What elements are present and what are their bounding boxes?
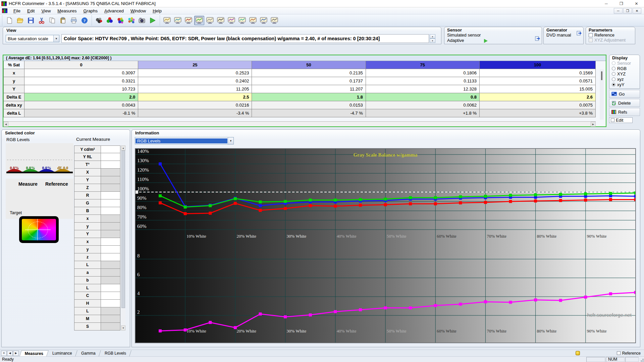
mdi-minimize-button[interactable]: ─ [614, 8, 623, 14]
table-vertical-scrollbar[interactable] [600, 69, 604, 120]
display-option-XYZ[interactable]: XYZ [609, 71, 640, 76]
print-button[interactable] [69, 16, 79, 25]
table-cell[interactable]: 0.8 [366, 93, 480, 101]
table-cell[interactable]: 10.723 [24, 85, 138, 93]
open-folder-button[interactable] [15, 16, 25, 25]
saturation-measures-table[interactable]: % Sat0255075100x0.30970.25230.21350.1806… [3, 61, 596, 117]
menu-edit[interactable]: Edit [24, 8, 38, 14]
primaries-view-button[interactable] [237, 16, 247, 25]
table-cell[interactable]: 0.0062 [366, 101, 480, 109]
checkbox-icon[interactable] [611, 118, 614, 122]
run-measure-button[interactable] [148, 16, 158, 25]
tab-gamma[interactable]: Gamma [76, 350, 101, 356]
copy-button[interactable] [47, 16, 57, 25]
table-cell[interactable]: 0.1806 [366, 69, 480, 77]
table-cell[interactable]: 1.8 [252, 93, 366, 101]
resize-grip[interactable] [639, 357, 644, 362]
display-option-xyz[interactable]: xyz [609, 76, 640, 82]
display-option-xyY[interactable]: xyY [609, 82, 640, 87]
reference-checkbox[interactable]: Reference [586, 33, 635, 38]
nearwhite-view-button[interactable] [216, 16, 226, 25]
edit-checkbox[interactable]: Edit [609, 117, 633, 123]
rgb-levels-view-button[interactable] [194, 16, 204, 25]
table-cell[interactable]: -8.1 % [24, 109, 138, 117]
radio-icon[interactable] [612, 83, 615, 86]
table-cell[interactable]: 12.328 [366, 85, 480, 93]
menu-help[interactable]: Help [149, 8, 165, 14]
luminance-view-button[interactable] [173, 16, 183, 25]
table-cell[interactable]: -3.4 % [138, 109, 252, 117]
sensor-run-icon[interactable] [484, 39, 488, 43]
cie-chart-view-button[interactable] [248, 16, 258, 25]
primaries-balls-button[interactable] [115, 16, 125, 25]
close-view-button[interactable]: ✕ [1, 351, 7, 356]
refs-button[interactable]: Refs [609, 108, 640, 116]
table-cell[interactable]: 0.3097 [24, 69, 138, 77]
current-measure-scrollbar[interactable]: ▲ ▼ [121, 145, 125, 330]
scroll-right-icon[interactable]: ▶ [591, 122, 596, 127]
checkbox-icon[interactable] [617, 351, 621, 355]
menu-graphs[interactable]: Graphs [80, 8, 101, 14]
delete-button[interactable]: Delete [609, 99, 640, 107]
table-cell[interactable]: 0.1133 [366, 77, 480, 85]
radio-icon[interactable] [612, 72, 615, 76]
table-cell[interactable]: 0.0153 [252, 101, 366, 109]
table-cell[interactable]: 2.5 [138, 93, 252, 101]
free-measure-view-button[interactable] [269, 16, 279, 25]
checkbox-icon[interactable] [589, 33, 593, 37]
table-cell[interactable]: 0.2402 [138, 77, 252, 85]
sensor-config-icon[interactable] [535, 36, 540, 42]
table-cell[interactable]: 0.0075 [480, 101, 596, 109]
table-cell[interactable]: 2.6 [480, 93, 596, 101]
table-cell[interactable]: +1.8 % [366, 109, 480, 117]
colorchecker-balls-button[interactable] [126, 16, 136, 25]
table-cell[interactable]: 0.0571 [480, 77, 596, 85]
prev-tab-button[interactable]: ◀ [7, 351, 13, 356]
menu-measures[interactable]: Measures [54, 8, 80, 14]
chevron-down-icon[interactable]: ▼ [228, 137, 233, 144]
table-cell[interactable]: +3.8 % [480, 109, 596, 117]
cut-button[interactable] [37, 16, 47, 25]
tab-measures[interactable]: Measures [19, 350, 49, 356]
measure-count-spinner[interactable]: ▲▼ [430, 34, 435, 43]
help-button[interactable]: ? [79, 16, 90, 25]
table-cell[interactable]: 0.3321 [24, 77, 138, 85]
menu-window[interactable]: Window [127, 8, 149, 14]
measures-view-button[interactable] [162, 16, 172, 25]
table-cell[interactable]: 11.205 [138, 85, 252, 93]
table-cell[interactable]: 0.0216 [138, 101, 252, 109]
table-cell[interactable]: 0.0043 [24, 101, 138, 109]
tab-rgb-levels[interactable]: RGB Levels [100, 350, 131, 356]
table-cell[interactable]: -4.7 % [252, 109, 366, 117]
scroll-up-icon[interactable]: ▲ [121, 145, 125, 150]
reference-bottom-checkbox[interactable]: Reference [617, 351, 641, 356]
paste-button[interactable] [58, 16, 68, 25]
menu-view[interactable]: View [38, 8, 54, 14]
mdi-close-button[interactable]: ✕ [633, 8, 641, 14]
mdi-restore-button[interactable]: ❐ [623, 8, 632, 14]
radio-icon[interactable] [612, 77, 615, 81]
sensor-balls-button[interactable] [94, 16, 104, 25]
grayscale-balance-chart[interactable]: 140%130%120%110%100%90%80%70%60%864210% … [135, 148, 636, 343]
next-tab-button[interactable]: ▶ [13, 351, 19, 356]
menu-advanced[interactable]: Advanced [101, 8, 127, 14]
menu-file[interactable]: File [10, 8, 24, 14]
saturation-view-button[interactable] [226, 16, 236, 25]
generator-config-icon[interactable] [577, 31, 582, 37]
table-horizontal-scrollbar[interactable]: ◀ ▶ [3, 121, 596, 126]
minimize-button[interactable]: ─ [599, 0, 614, 7]
gamma-view-button[interactable] [183, 16, 194, 25]
nearblack-view-button[interactable] [205, 16, 215, 25]
display-option-RGB[interactable]: RGB [609, 66, 640, 71]
table-cell[interactable]: 11.207 [252, 85, 366, 93]
table-cell[interactable]: 15.005 [480, 85, 596, 93]
close-button[interactable]: ✕ [629, 0, 644, 7]
table-cell[interactable]: 0.2523 [138, 69, 252, 77]
chevron-down-icon[interactable]: ▼ [53, 35, 59, 42]
rgb-balls-button[interactable] [105, 16, 115, 25]
graph-type-dropdown[interactable]: RGB Levels ▼ [135, 137, 234, 144]
view-preset-dropdown[interactable]: Blue saturation scale ▼ [6, 35, 59, 42]
table-cell[interactable]: 2.0 [24, 93, 138, 101]
luxmeter-icon[interactable] [576, 351, 580, 355]
scroll-left-icon[interactable]: ◀ [3, 122, 8, 127]
